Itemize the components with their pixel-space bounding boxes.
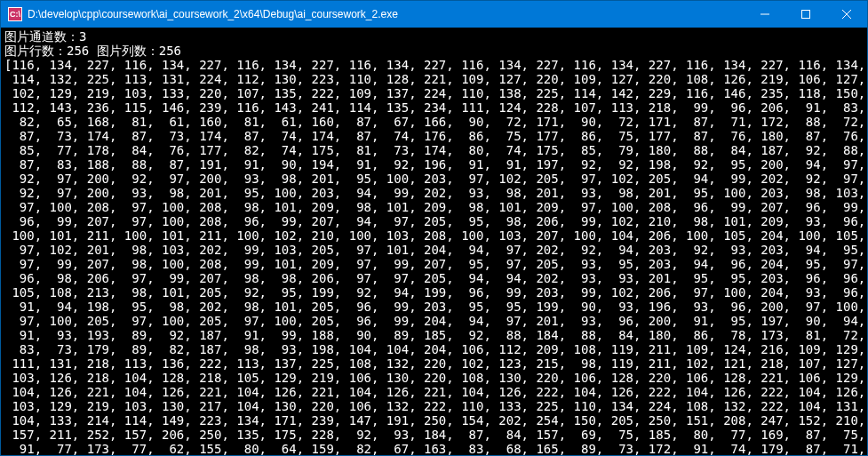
console-line: 97, 99, 207, 98, 100, 208, 99, 101, 209,… [4,257,864,271]
close-button[interactable] [826,1,867,28]
console-line: 87, 73, 174, 87, 73, 174, 87, 74, 174, 8… [4,129,864,143]
app-icon-label: C:\ [10,10,20,19]
console-line: 102, 129, 219, 103, 133, 220, 107, 135, … [4,86,864,100]
console-line: 157, 211, 252, 157, 206, 250, 135, 175, … [4,428,864,442]
console-line: 97, 100, 208, 97, 100, 208, 98, 101, 209… [4,200,864,214]
console-line: 104, 126, 221, 104, 126, 221, 104, 126, … [4,385,864,399]
console-line: 103, 126, 218, 104, 128, 218, 105, 129, … [4,371,864,385]
console-line: 图片通道数：3 [4,29,864,44]
console-line: 112, 143, 236, 115, 146, 239, 116, 143, … [4,100,864,115]
console-line: 105, 108, 213, 98, 101, 205, 92, 95, 199… [4,285,864,300]
console-line: [116, 134, 227, 116, 134, 227, 116, 134,… [4,58,864,72]
console-line: 85, 77, 178, 84, 76, 177, 82, 74, 175, 8… [4,143,864,157]
app-window: C:\ D:\develop\cpp\coursework\ai_coursew… [0,0,868,456]
console-line: 91, 77, 173, 77, 62, 155, 80, 64, 159, 8… [4,442,864,455]
console-line: 92, 97, 200, 93, 98, 201, 95, 100, 203, … [4,186,864,200]
console-line: 104, 133, 214, 114, 149, 223, 134, 171, … [4,413,864,428]
window-controls [745,1,867,28]
console-line: 114, 132, 225, 113, 131, 224, 112, 130, … [4,72,864,86]
titlebar[interactable]: C:\ D:\develop\cpp\coursework\ai_coursew… [1,1,867,28]
console-line: 87, 83, 188, 88, 87, 191, 91, 90, 194, 9… [4,157,864,172]
console-line: 83, 73, 179, 89, 82, 187, 98, 93, 198, 1… [4,342,864,356]
console-line: 111, 131, 218, 113, 136, 222, 113, 137, … [4,356,864,371]
console-line: 103, 129, 219, 103, 130, 217, 104, 130, … [4,399,864,413]
console-line: 图片行数：256 图片列数：256 [4,44,864,58]
app-icon: C:\ [8,7,22,21]
console-line: 97, 100, 205, 97, 100, 205, 97, 100, 205… [4,314,864,328]
console-line: 82, 65, 168, 81, 61, 160, 81, 61, 160, 8… [4,115,864,129]
console-line: 97, 102, 201, 98, 103, 202, 99, 103, 205… [4,243,864,257]
minimize-button[interactable] [745,1,785,28]
window-title: D:\develop\cpp\coursework\ai_coursework_… [28,8,745,20]
console-line: 92, 97, 200, 92, 97, 200, 93, 98, 201, 9… [4,172,864,186]
console-line: 100, 101, 211, 100, 101, 211, 100, 102, … [4,228,864,243]
console-line: 91, 93, 193, 89, 92, 187, 91, 99, 188, 9… [4,328,864,342]
minimize-icon [760,10,769,19]
svg-rect-1 [802,11,810,19]
maximize-icon [801,10,810,19]
console-line: 91, 94, 198, 95, 98, 202, 98, 101, 205, … [4,300,864,314]
console-line: 96, 99, 207, 97, 100, 208, 96, 99, 207, … [4,214,864,228]
console-output[interactable]: 图片通道数：3图片行数：256 图片列数：256[116, 134, 227, … [1,28,867,455]
close-icon [842,10,851,19]
maximize-button[interactable] [785,1,826,28]
console-line: 96, 98, 206, 97, 99, 207, 98, 98, 206, 9… [4,271,864,285]
